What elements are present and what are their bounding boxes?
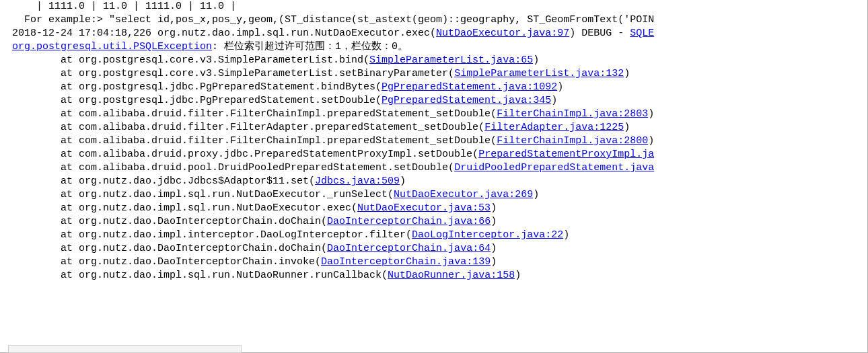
source-link[interactable]: PreparedStatementProxyImpl.ja (478, 149, 654, 160)
source-link[interactable]: DruidPooledPreparedStatement.java (454, 162, 654, 173)
console-line: at com.alibaba.druid.filter.FilterChainI… (0, 108, 867, 121)
source-link[interactable]: DaoLogInterceptor.java:22 (412, 229, 563, 241)
trace-text: at com.alibaba.druid.filter.FilterAdapte… (61, 122, 484, 133)
trace-text: at com.alibaba.druid.proxy.jdbc.Prepared… (61, 149, 478, 160)
trace-text: ) (400, 175, 406, 187)
source-link[interactable]: NutDaoRunner.java:158 (388, 270, 515, 281)
trace-text: | 1111.0 | 11.0 | 1111.0 | 11.0 | (36, 1, 236, 12)
trace-text: at org.nutz.dao.impl.sql.run.NutDaoExecu… (61, 189, 394, 200)
console-line: at org.nutz.dao.impl.sql.run.NutDaoRunne… (0, 269, 867, 282)
console-line: at org.postgresql.core.v3.SimpleParamete… (0, 67, 867, 81)
trace-text: ) (491, 216, 497, 227)
trace-text: at com.alibaba.druid.filter.FilterChainI… (61, 108, 497, 120)
source-link[interactable]: FilterChainImpl.java:2800 (497, 135, 648, 147)
trace-text: at org.nutz.dao.jdbc.Jdbcs$Adaptor$11.se… (61, 175, 315, 187)
vertical-scrollbar[interactable] (865, 0, 868, 353)
console-line: For example:> "select id,pos_x,pos_y,geo… (0, 13, 867, 27)
console-line: at org.postgresql.core.v3.SimpleParamete… (0, 54, 867, 67)
console-line: at org.nutz.dao.jdbc.Jdbcs$Adaptor$11.se… (0, 175, 867, 188)
trace-text: For example:> "select id,pos_x,pos_y,geo… (24, 14, 654, 26)
source-link[interactable]: SimpleParameterList.java:65 (369, 54, 533, 66)
trace-text: : 栏位索引超过许可范围：1，栏位数：0。 (212, 41, 408, 52)
trace-text: ) (624, 122, 630, 133)
trace-text: at org.postgresql.core.v3.SimpleParamete… (61, 54, 369, 66)
console-line: at com.alibaba.druid.pool.DruidPooledPre… (0, 161, 867, 175)
trace-text: ) (563, 229, 569, 241)
console-line: at org.nutz.dao.DaoInterceptorChain.doCh… (0, 242, 867, 256)
trace-text: ) (551, 95, 557, 106)
trace-text: at com.alibaba.druid.filter.FilterChainI… (61, 135, 497, 147)
source-link[interactable]: DaoInterceptorChain.java:66 (327, 216, 491, 227)
source-link[interactable]: FilterChainImpl.java:2803 (497, 108, 648, 120)
trace-text: at org.nutz.dao.DaoInterceptorChain.doCh… (61, 216, 327, 227)
source-link[interactable]: DaoInterceptorChain.java:64 (327, 243, 491, 254)
trace-text: at org.postgresql.core.v3.SimpleParamete… (61, 68, 454, 79)
console-line: at com.alibaba.druid.filter.FilterAdapte… (0, 121, 867, 134)
source-link[interactable]: NutDaoExecutor.java:53 (357, 202, 491, 214)
trace-text: ) (515, 270, 521, 281)
trace-text: at org.nutz.dao.impl.sql.run.NutDaoExecu… (61, 202, 357, 214)
console-line: org.postgresql.util.PSQLException: 栏位索引超… (0, 40, 867, 54)
source-link[interactable]: SimpleParameterList.java:132 (454, 68, 624, 79)
console-line: at org.postgresql.jdbc.PgPreparedStateme… (0, 94, 867, 108)
trace-text: ) (533, 189, 539, 200)
trace-text: ) (648, 135, 654, 147)
source-link[interactable]: Jdbcs.java:509 (315, 175, 400, 187)
console-line: at org.nutz.dao.DaoInterceptorChain.invo… (0, 256, 867, 269)
source-link[interactable]: org.postgresql.util.PSQLException (12, 41, 212, 52)
source-link[interactable]: SQLE (630, 28, 654, 39)
console-line: 2018-12-24 17:04:18,226 org.nutz.dao.imp… (0, 27, 867, 40)
trace-text: ) DEBUG - (569, 28, 630, 39)
console-output[interactable]: | 1111.0 | 11.0 | 1111.0 | 11.0 | For ex… (0, 0, 868, 353)
trace-text: 2018-12-24 17:04:18,226 org.nutz.dao.imp… (12, 28, 436, 39)
trace-text: at com.alibaba.druid.pool.DruidPooledPre… (61, 162, 454, 173)
trace-text: at org.nutz.dao.DaoInterceptorChain.invo… (61, 256, 321, 268)
source-link[interactable]: DaoInterceptorChain.java:139 (321, 256, 491, 268)
console-line: at org.nutz.dao.DaoInterceptorChain.doCh… (0, 215, 867, 229)
trace-text: ) (624, 68, 630, 79)
console-line: at org.postgresql.jdbc.PgPreparedStateme… (0, 81, 867, 94)
console-line: at org.nutz.dao.impl.interceptor.DaoLogI… (0, 229, 867, 242)
trace-text: ) (491, 256, 497, 268)
trace-text: ) (648, 108, 654, 120)
horizontal-scrollbar[interactable] (8, 345, 242, 353)
trace-text: at org.nutz.dao.impl.interceptor.DaoLogI… (61, 229, 412, 241)
console-line: at com.alibaba.druid.proxy.jdbc.Prepared… (0, 148, 867, 161)
source-link[interactable]: NutDaoExecutor.java:97 (436, 28, 569, 39)
trace-text: ) (533, 54, 539, 66)
source-link[interactable]: FilterAdapter.java:1225 (484, 122, 624, 133)
trace-text: ) (491, 243, 497, 254)
source-link[interactable]: PgPreparedStatement.java:345 (382, 95, 551, 106)
trace-text: at org.nutz.dao.impl.sql.run.NutDaoRunne… (61, 270, 388, 281)
source-link[interactable]: NutDaoExecutor.java:269 (394, 189, 533, 200)
source-link[interactable]: PgPreparedStatement.java:1092 (382, 81, 557, 93)
trace-text: at org.postgresql.jdbc.PgPreparedStateme… (61, 81, 382, 93)
trace-text: at org.postgresql.jdbc.PgPreparedStateme… (61, 95, 382, 106)
console-line: at com.alibaba.druid.filter.FilterChainI… (0, 134, 867, 148)
trace-text: at org.nutz.dao.DaoInterceptorChain.doCh… (61, 243, 327, 254)
trace-text: ) (557, 81, 563, 93)
console-line: at org.nutz.dao.impl.sql.run.NutDaoExecu… (0, 202, 867, 215)
console-line: | 1111.0 | 11.0 | 1111.0 | 11.0 | (0, 0, 867, 13)
trace-text: ) (491, 202, 497, 214)
console-line: at org.nutz.dao.impl.sql.run.NutDaoExecu… (0, 188, 867, 202)
